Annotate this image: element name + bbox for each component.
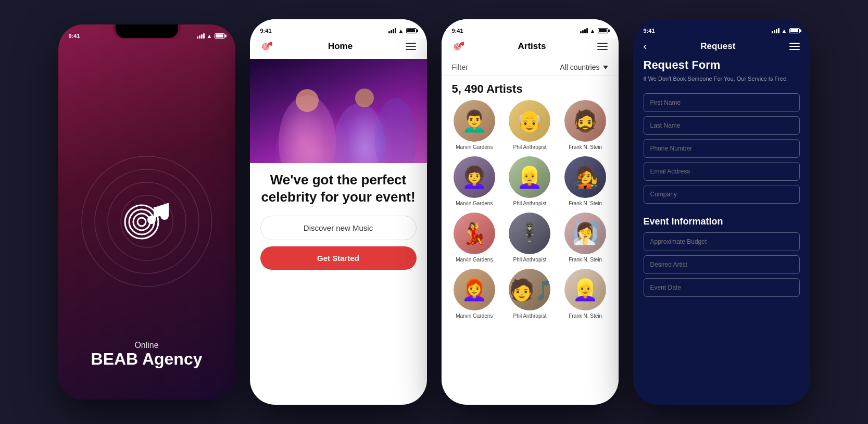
wifi-icon-request: ▲	[782, 28, 787, 34]
wifi-icon-home: ▲	[398, 28, 404, 34]
battery-icon-artists	[598, 28, 608, 33]
home-tagline: We've got the perfect celebrity for your…	[260, 171, 417, 205]
artists-count: 5, 490 Artists	[442, 76, 619, 100]
request-menu-button[interactable]	[789, 43, 800, 50]
splash-content: Online BEAB Agency	[58, 43, 235, 400]
svg-point-13	[263, 45, 268, 49]
request-form-subtitle: If We Don't Book Someone For You, Our Se…	[644, 75, 800, 83]
artist-avatar	[454, 100, 495, 142]
artists-grid: Marvin Gardens Phil Anthropist Frank N. …	[442, 100, 619, 319]
last-name-field[interactable]	[644, 116, 800, 135]
status-icons-home: ▲	[388, 28, 417, 34]
status-time-artists: 9:41	[452, 28, 463, 34]
svg-point-24	[456, 46, 458, 48]
list-item[interactable]: Frank N. Stein	[561, 156, 610, 206]
list-item[interactable]: Frank N. Stein	[561, 100, 610, 150]
list-item[interactable]: Marvin Gardens	[450, 269, 499, 319]
list-item[interactable]: Marvin Gardens	[450, 213, 499, 263]
home-hero-image	[250, 59, 427, 163]
artists-logo	[452, 40, 467, 53]
artist-name: Marvin Gardens	[456, 313, 493, 319]
splash-text-block: Online BEAB Agency	[91, 341, 203, 368]
chevron-down-icon	[603, 66, 608, 69]
home-nav-title: Home	[328, 41, 353, 52]
list-item[interactable]: Marvin Gardens	[450, 156, 499, 206]
artists-filter-bar[interactable]: Filter All countries	[442, 59, 619, 76]
back-button[interactable]: ‹	[644, 40, 647, 52]
notch	[690, 19, 753, 33]
artists-header: Artists	[442, 38, 619, 59]
home-logo	[260, 40, 275, 53]
email-address-field[interactable]	[644, 162, 800, 181]
wifi-icon-artists: ▲	[590, 28, 596, 34]
artist-avatar	[564, 100, 606, 142]
artist-avatar	[564, 156, 606, 198]
event-section-title: Event Information	[644, 216, 800, 227]
home-header: Home	[250, 38, 427, 59]
request-header: ‹ Request	[633, 38, 810, 58]
status-icons-splash: ▲	[197, 33, 225, 39]
artist-avatar	[454, 269, 495, 310]
list-item[interactable]: Phil Anthropist	[505, 100, 555, 150]
artist-name: Frank N. Stein	[569, 313, 602, 319]
artist-name: Phil Anthropist	[513, 201, 547, 206]
status-time-request: 9:41	[644, 28, 655, 34]
notch	[499, 19, 561, 33]
artists-menu-button[interactable]	[597, 43, 608, 50]
notch	[307, 19, 370, 33]
list-item[interactable]: Frank N. Stein	[561, 213, 610, 263]
artist-avatar	[509, 100, 550, 142]
list-item[interactable]: Phil Anthropist	[505, 213, 555, 263]
svg-point-22	[296, 89, 319, 112]
artist-name: Phil Anthropist	[513, 257, 547, 263]
artist-name: Marvin Gardens	[456, 201, 493, 206]
artist-avatar	[509, 213, 550, 254]
filter-value: All countries	[560, 63, 599, 71]
list-item[interactable]: Frank N. Stein	[561, 269, 610, 319]
splash-brand-label: Online	[91, 341, 203, 350]
home-phone: 9:41 ▲ Home	[250, 19, 427, 405]
splash-agency-name: BEAB Agency	[91, 350, 203, 368]
artist-name: Marvin Gardens	[456, 257, 493, 263]
artist-avatar	[454, 213, 495, 254]
wifi-icon: ▲	[207, 33, 212, 39]
approximate-budget-field[interactable]	[644, 232, 800, 251]
first-name-field[interactable]	[644, 93, 800, 112]
request-form-title: Request Form	[644, 58, 800, 72]
signal-icon-request	[772, 28, 779, 33]
request-nav-title: Request	[700, 41, 735, 52]
svg-point-23	[355, 89, 374, 107]
event-date-field[interactable]	[644, 278, 800, 297]
signal-icon	[197, 33, 205, 39]
home-body: We've got the perfect celebrity for your…	[250, 163, 427, 278]
svg-point-12	[265, 46, 267, 48]
list-item[interactable]: Phil Anthropist	[505, 269, 555, 319]
status-time-home: 9:41	[260, 28, 272, 34]
filter-label: Filter	[452, 63, 468, 71]
discover-button[interactable]: Discover new Music	[260, 216, 417, 240]
signal-icon-artists	[580, 28, 588, 33]
hero-illustration	[250, 59, 427, 163]
artists-nav-title: Artists	[518, 41, 546, 52]
filter-dropdown[interactable]: All countries	[560, 63, 608, 71]
home-menu-button[interactable]	[406, 43, 416, 50]
list-item[interactable]: Marvin Gardens	[450, 100, 499, 150]
battery-icon-home	[406, 28, 417, 33]
svg-point-5	[133, 214, 150, 230]
get-started-button[interactable]: Get Started	[260, 246, 417, 270]
signal-icon-home	[388, 28, 396, 33]
artist-avatar	[509, 269, 550, 310]
notch	[116, 24, 178, 38]
company-field[interactable]	[644, 185, 800, 204]
splash-logo	[118, 197, 175, 246]
artists-phone: 9:41 ▲ Artists Filt	[442, 19, 619, 405]
desired-artist-field[interactable]	[644, 255, 800, 274]
list-item[interactable]: Phil Anthropist	[505, 156, 555, 206]
artist-avatar	[564, 269, 606, 310]
status-icons-artists: ▲	[580, 28, 608, 34]
artist-name: Phil Anthropist	[513, 313, 547, 319]
artist-name: Frank N. Stein	[569, 257, 602, 263]
artist-avatar	[509, 156, 550, 198]
artist-avatar	[564, 213, 606, 254]
phone-number-field[interactable]	[644, 139, 800, 158]
